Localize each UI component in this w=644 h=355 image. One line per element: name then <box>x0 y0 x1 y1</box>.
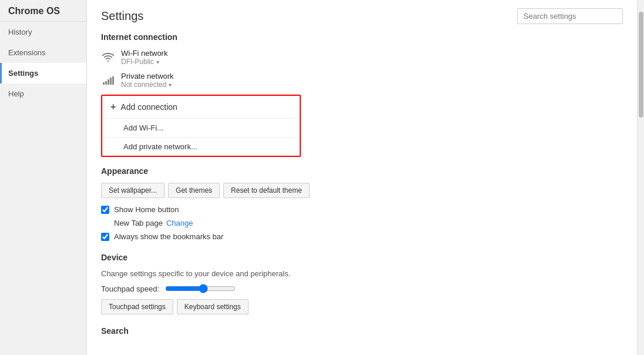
bookmarks-bar-label: Always show the bookmarks bar <box>114 232 223 241</box>
scrollbar-thumb[interactable] <box>639 12 643 118</box>
show-home-row: Show Home button <box>101 205 623 214</box>
reset-theme-button[interactable]: Reset to default theme <box>223 183 310 198</box>
add-connection-label: Add connection <box>120 102 177 112</box>
keyboard-settings-button[interactable]: Keyboard settings <box>177 299 249 314</box>
main-content: Settings Internet connection Wi-Fi netwo… <box>87 0 637 355</box>
appearance-buttons: Set wallpaper... Get themes Reset to def… <box>101 183 623 198</box>
scrollbar[interactable] <box>637 0 644 355</box>
bookmarks-bar-row: Always show the bookmarks bar <box>101 232 623 241</box>
new-tab-row: New Tab page Change <box>101 219 623 227</box>
wifi-network-label: Wi-Fi network DFI-Public ▾ <box>121 49 167 66</box>
touchpad-speed-label: Touchpad speed: <box>101 284 159 293</box>
private-network-icon <box>101 75 115 86</box>
private-network-sub: Not connected ▾ <box>121 81 174 89</box>
private-dropdown-arrow[interactable]: ▾ <box>169 82 172 88</box>
search-section-header: Search <box>101 326 623 336</box>
show-home-label: Show Home button <box>114 205 179 214</box>
private-network-name: Private network <box>121 72 174 81</box>
add-private-network-item[interactable]: Add private network... <box>102 137 300 156</box>
internet-section-header: Internet connection <box>101 32 623 42</box>
device-buttons: Touchpad settings Keyboard settings <box>101 299 623 314</box>
wifi-dropdown-arrow[interactable]: ▾ <box>156 59 159 65</box>
device-section: Device Change settings specific to your … <box>101 253 623 314</box>
touchpad-speed-row: Touchpad speed: <box>101 284 623 293</box>
appearance-section-header: Appearance <box>101 166 623 176</box>
new-tab-text: New Tab page <box>114 219 163 227</box>
appearance-section: Appearance Set wallpaper... Get themes R… <box>101 166 623 241</box>
change-link[interactable]: Change <box>166 219 193 227</box>
search-input[interactable] <box>517 8 623 24</box>
search-section: Search <box>101 326 623 336</box>
wifi-network-sub: DFI-Public ▾ <box>121 58 167 66</box>
set-wallpaper-button[interactable]: Set wallpaper... <box>101 183 165 198</box>
wifi-network-row: Wi-Fi network DFI-Public ▾ <box>101 49 623 66</box>
internet-section: Internet connection Wi-Fi network DFI-Pu… <box>101 32 623 157</box>
touchpad-settings-button[interactable]: Touchpad settings <box>101 299 173 314</box>
wifi-icon <box>101 52 115 63</box>
private-network-label: Private network Not connected ▾ <box>121 72 174 89</box>
bookmarks-bar-checkbox[interactable] <box>101 233 109 241</box>
sidebar-item-extensions[interactable]: Extensions <box>0 42 86 63</box>
add-connection-button[interactable]: + Add connection <box>102 96 300 118</box>
search-box <box>517 8 623 24</box>
sidebar: Chrome OS History Extensions Settings He… <box>0 0 87 355</box>
touchpad-speed-slider[interactable] <box>165 284 236 293</box>
wifi-network-name: Wi-Fi network <box>121 49 167 58</box>
sidebar-item-settings[interactable]: Settings <box>0 63 86 83</box>
private-network-row: Private network Not connected ▾ <box>101 72 623 89</box>
sidebar-logo: Chrome OS <box>0 0 86 22</box>
sidebar-item-history[interactable]: History <box>0 22 86 42</box>
device-description: Change settings specific to your device … <box>101 269 623 278</box>
add-connection-box: + Add connection Add Wi-Fi... Add privat… <box>101 95 301 157</box>
get-themes-button[interactable]: Get themes <box>168 183 220 198</box>
device-section-header: Device <box>101 253 623 262</box>
show-home-checkbox[interactable] <box>101 206 109 214</box>
plus-icon: + <box>110 102 116 112</box>
add-wifi-item[interactable]: Add Wi-Fi... <box>102 118 300 137</box>
sidebar-item-help[interactable]: Help <box>0 83 86 104</box>
